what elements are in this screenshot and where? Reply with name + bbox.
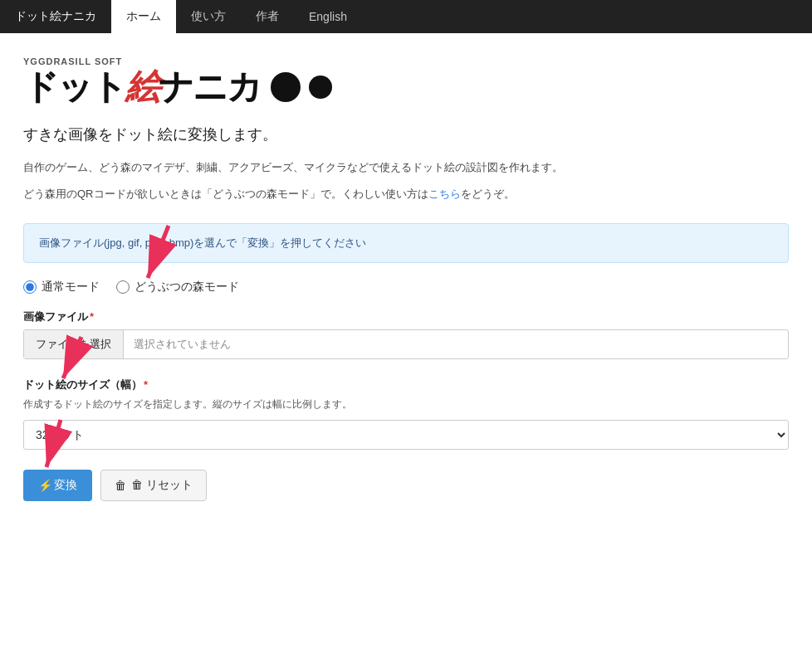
nav-item-howto[interactable]: 使い方 [176,0,241,33]
mode-forest-radio[interactable] [116,280,130,294]
nav-brand: ドット絵ナニカ [0,0,111,33]
button-row: ⚡ 変換 🗑 🗑 リセット [23,470,789,501]
size-required-star: * [144,378,148,391]
size-description: 作成するドット絵のサイズを指定します。縦のサイズは幅に比例します。 [23,397,789,412]
convert-button[interactable]: ⚡ 変換 [23,470,92,501]
reset-button[interactable]: 🗑 🗑 リセット [100,470,207,501]
mode-normal-radio[interactable] [23,280,37,294]
size-field-label: ドット絵のサイズ（幅）* [23,378,789,392]
logo-dot-text: ドット絵ナニカ [23,68,261,106]
mode-normal-text: 通常モード [42,280,100,295]
mode-forest-text: どうぶつの森モード [135,280,239,295]
nav-item-author[interactable]: 作者 [241,0,294,33]
file-field-container: 画像ファイル* ファイルを選択 選択されていません [23,309,789,359]
reset-icon: 🗑 [115,479,126,492]
file-choose-button[interactable]: ファイルを選択 [24,330,124,358]
convert-label: 変換 [54,478,77,493]
info-box: 画像ファイル(jpg, gif, png, bmp)を選んで「変換」を押してくだ… [23,223,789,263]
file-input-wrapper: ファイルを選択 選択されていません [23,329,789,359]
logo-area: YGGDRASILL SOFT ドット絵ナニカ [23,56,789,106]
file-field-label: 画像ファイル* [23,309,789,324]
nav-item-home[interactable]: ホーム [111,0,176,33]
logo-main: ドット絵ナニカ [23,68,789,106]
convert-icon: ⚡ [38,479,52,492]
tagline: すきな画像をドット絵に変換します。 [23,124,789,144]
mode-radio-group: 通常モード どうぶつの森モード [23,280,789,295]
reset-label: 🗑 リセット [131,478,193,493]
file-required-star: * [90,310,94,323]
navbar: ドット絵ナニカ ホーム 使い方 作者 English [0,0,812,33]
description-link[interactable]: こちら [428,188,461,200]
main-content: YGGDRASILL SOFT ドット絵ナニカ すきな画像をドット絵に変換します… [0,33,812,534]
logo-circle-large [271,72,301,102]
size-field-container: ドット絵のサイズ（幅）* 作成するドット絵のサイズを指定します。縦のサイズは幅に… [23,378,789,470]
file-placeholder-text: 選択されていません [124,330,788,358]
mode-normal-label[interactable]: 通常モード [23,280,100,295]
logo-subtitle: YGGDRASILL SOFT [23,56,789,66]
description-line1: 自作のゲーム、どう森のマイデザ、刺繍、アクアビーズ、マイクラなどで使えるドット絵… [23,158,789,177]
description-before-link: どう森用のQRコードが欲しいときは「どうぶつの森モード」で。くわしい使い方は [23,188,428,200]
nav-item-english[interactable]: English [294,0,362,33]
size-select[interactable]: 16ドット32ドット48ドット64ドット96ドット128ドット [23,420,789,450]
description-after-link: をどうぞ。 [461,188,515,200]
description-line2: どう森用のQRコードが欲しいときは「どうぶつの森モード」で。くわしい使い方はこち… [23,184,789,203]
mode-forest-label[interactable]: どうぶつの森モード [116,280,239,295]
logo-circle-medium [309,76,332,99]
